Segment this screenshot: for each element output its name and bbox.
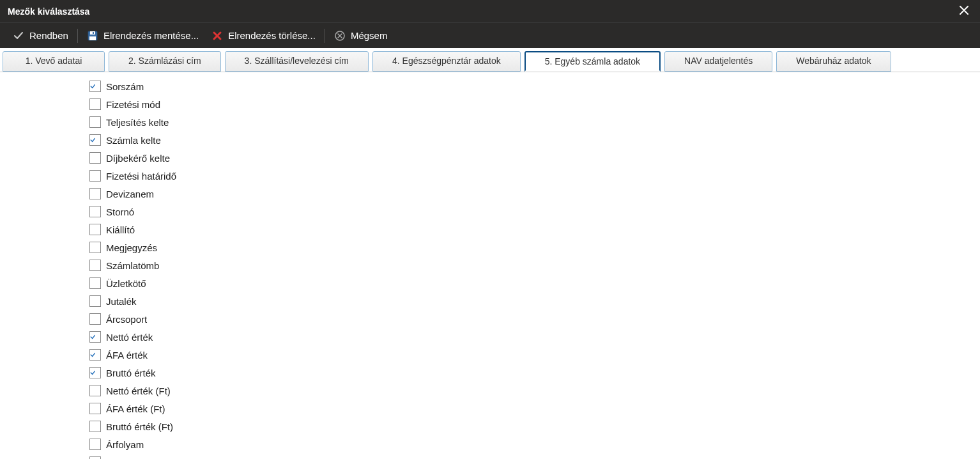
field-checkbox[interactable] [89,367,101,378]
field-checkbox[interactable] [89,134,101,146]
titlebar: Mezők kiválasztása [0,0,980,22]
tab-tab2[interactable]: 2. Számlázási cím [109,51,221,72]
field-checkbox[interactable] [89,385,101,396]
field-row: Teljesítés kelte [89,113,980,131]
delete-icon [211,30,223,42]
tab-tab4[interactable]: 4. Egészségpénztár adatok [372,51,521,72]
field-label: Devizanem [106,189,154,199]
field-row: Nettó érték [89,328,980,346]
field-row: Sorszám [89,77,980,95]
tab-label: Webáruház adatok [796,56,871,66]
tab-label: 4. Egészségpénztár adatok [392,56,501,66]
field-checkbox[interactable] [89,456,101,459]
field-row: Fizetési mód [89,95,980,113]
field-checkbox[interactable] [89,81,101,92]
tab-label: 2. Számlázási cím [128,56,201,66]
field-label: ÁFA érték (Ft) [106,403,165,414]
field-label: Nettó érték [106,332,153,343]
field-row: Díjbekérő kelte [89,149,980,167]
field-label: Számla kelte [106,135,161,146]
field-row: Árfolyam [89,435,980,453]
field-label: Teljesítés kelte [106,117,169,128]
tab-tab3[interactable]: 3. Szállítási/levelezési cím [225,51,369,72]
delete-layout-label: Elrendezés törlése... [228,30,316,41]
content-wrap: SorszámFizetési módTeljesítés kelteSzáml… [0,72,980,459]
field-checkbox[interactable] [89,224,101,235]
field-checkbox[interactable] [89,152,101,164]
field-label: ÁFA érték [106,350,148,361]
toolbar-separator [77,29,78,43]
field-label: Díjbekérő kelte [106,153,170,164]
tab-label: 5. Egyéb számla adatok [545,56,640,66]
ok-button[interactable]: Rendben [6,26,75,46]
toolbar-separator [325,29,325,43]
field-label: Megjegyzés [106,242,157,253]
tab-bar: 1. Vevő adatai2. Számlázási cím3. Szállí… [0,48,980,72]
field-row: Számlatömb [89,256,980,274]
field-row: Üzletkötő [89,274,980,292]
tab-tab6[interactable]: NAV adatjelentés [664,51,772,72]
field-row: Kiállító [89,221,980,238]
field-label: Számlatömb [106,260,159,271]
field-label: Kiállító [106,224,135,235]
save-layout-button[interactable]: Elrendezés mentése... [80,26,205,46]
check-icon [13,30,24,42]
dialog-window: Mezők kiválasztása Rendben Elrendezés me… [0,0,980,459]
field-row: Fizetési határidő [89,167,980,185]
field-checkbox[interactable] [89,277,101,289]
ok-label: Rendben [29,30,68,41]
tab-label: 3. Szállítási/levelezési cím [245,56,349,66]
cancel-label: Mégsem [351,30,388,41]
field-checkbox[interactable] [89,206,101,217]
field-checkbox[interactable] [89,313,101,325]
field-label: Fizetési határidő [106,171,176,182]
svg-rect-2 [89,36,96,40]
delete-layout-button[interactable]: Elrendezés törlése... [205,26,322,46]
field-checkbox[interactable] [89,403,101,414]
field-row: Számla kelte [89,131,980,149]
tab-label: 1. Vevő adatai [26,56,82,66]
field-label: Árfolyam [106,439,144,450]
field-checkbox[interactable] [89,349,101,361]
field-label: Bruttó érték [106,368,156,378]
field-label: Árcsoport [106,314,147,325]
field-checkbox[interactable] [89,98,101,110]
close-icon[interactable] [956,4,972,18]
field-label: Nettó érték (Ft) [106,385,171,396]
field-checkbox[interactable] [89,170,101,182]
field-label: Stornó [106,206,134,217]
field-checkbox[interactable] [89,116,101,128]
cancel-icon [334,30,346,42]
field-label: Üzletkötő [106,278,146,289]
field-checkbox[interactable] [89,439,101,450]
toolbar: Rendben Elrendezés mentése... Elrendezés… [0,22,980,48]
field-checkbox[interactable] [89,421,101,432]
tab-label: NAV adatjelentés [684,56,753,66]
field-list[interactable]: SorszámFizetési módTeljesítés kelteSzáml… [0,72,980,459]
field-row: Nettó érték (Ft) [89,382,980,400]
field-label: Jutalék [106,296,137,307]
field-checkbox[interactable] [89,331,101,343]
tab-tab7[interactable]: Webáruház adatok [776,51,891,72]
field-label: Bruttó érték (Ft) [106,421,173,432]
field-row: Bruttó érték (Ft) [89,417,980,435]
save-layout-label: Elrendezés mentése... [103,30,199,41]
field-checkbox[interactable] [89,188,101,199]
window-title: Mezők kiválasztása [8,6,89,17]
field-row: Hátralék [89,453,980,459]
cancel-button[interactable]: Mégsem [328,26,394,46]
field-checkbox[interactable] [89,295,101,307]
field-row: Devizanem [89,185,980,203]
tab-tab5[interactable]: 5. Egyéb számla adatok [524,51,661,72]
field-row: Árcsoport [89,310,980,328]
field-row: Stornó [89,203,980,221]
field-checkbox[interactable] [89,260,101,271]
svg-rect-3 [93,32,94,34]
field-row: Megjegyzés [89,238,980,256]
field-row: ÁFA érték [89,346,980,364]
field-label: Fizetési mód [106,99,160,110]
field-row: Jutalék [89,292,980,310]
tab-tab1[interactable]: 1. Vevő adatai [3,51,105,72]
field-row: ÁFA érték (Ft) [89,400,980,417]
field-checkbox[interactable] [89,242,101,253]
